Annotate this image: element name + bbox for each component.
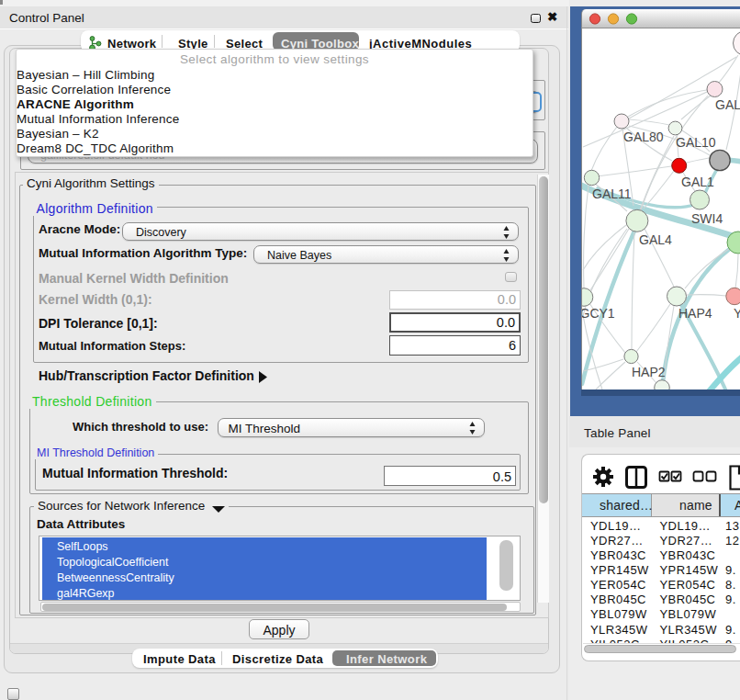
svg-text:GAL80: GAL80 (623, 130, 664, 144)
svg-text:HAP4: HAP4 (678, 306, 712, 321)
svg-text:GAL2: GAL2 (715, 97, 740, 112)
svg-text:GCY1: GCY1 (582, 306, 615, 321)
svg-text:SWI4: SWI4 (691, 211, 723, 226)
svg-text:GAL11: GAL11 (592, 186, 632, 201)
svg-text:HAP2: HAP2 (632, 365, 666, 379)
svg-text:GAL1: GAL1 (681, 175, 714, 189)
svg-text:GAL10: GAL10 (676, 135, 716, 150)
svg-text:Y: Y (734, 306, 740, 321)
svg-text:GAL4: GAL4 (639, 232, 672, 247)
